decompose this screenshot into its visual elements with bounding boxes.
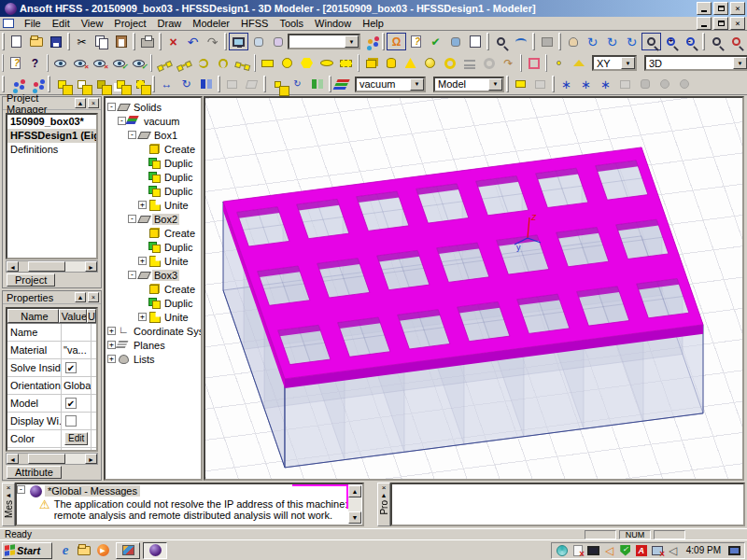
dropdown-icon[interactable]: ▼	[345, 35, 359, 48]
tree-item-label[interactable]: Duplic	[162, 242, 195, 253]
scroll-up-icon[interactable]: ▲	[348, 485, 361, 497]
collapse-icon[interactable]: ◄	[6, 492, 12, 498]
scroll-down-icon[interactable]: ▼	[348, 511, 361, 524]
zoom-window-icon[interactable]	[707, 33, 726, 50]
remote-machine-icon[interactable]	[248, 33, 268, 50]
pan-icon[interactable]	[563, 33, 583, 50]
scroll-left-icon[interactable]: ◄	[7, 261, 19, 272]
machine-combo[interactable]: ▼	[288, 34, 360, 49]
menu-draw[interactable]: Draw	[152, 17, 188, 30]
boolean-intersect-icon[interactable]	[92, 76, 111, 93]
tree-item-label[interactable]: Box1	[152, 130, 179, 141]
draw-box-icon[interactable]	[361, 54, 381, 72]
checkbox-unchecked-icon[interactable]	[65, 415, 77, 427]
message-vscrollbar[interactable]: ▲ ▼	[348, 485, 361, 524]
draw-ellipse-icon[interactable]	[317, 54, 336, 72]
scroll-left-icon[interactable]: ◄	[7, 454, 19, 464]
copy-image-icon[interactable]	[537, 33, 557, 50]
child-close-button[interactable]: ×	[730, 17, 745, 30]
wireframe-box-icon[interactable]	[524, 54, 543, 72]
tree-item-box1[interactable]: -Box1	[106, 128, 201, 142]
tree-item-label[interactable]: Coordinate Syster	[132, 326, 201, 337]
tab-attribute[interactable]: Attribute	[7, 466, 62, 479]
plot-icon[interactable]	[511, 33, 530, 50]
tree-item-box2[interactable]: -Box2	[106, 212, 201, 226]
property-button[interactable]: Edit	[64, 432, 88, 445]
tree-item-unite[interactable]: +Unite	[106, 310, 201, 324]
expander-icon[interactable]: -	[128, 215, 136, 223]
open-icon[interactable]	[26, 33, 46, 50]
message-group-label[interactable]: *Global - Messages	[45, 485, 140, 497]
restore-button[interactable]	[713, 2, 728, 15]
draw-torus-icon[interactable]	[440, 54, 459, 72]
copy-icon[interactable]	[92, 33, 111, 50]
tree-item-create[interactable]: Create	[106, 282, 201, 296]
property-row[interactable]: ColorEdit	[7, 430, 96, 448]
property-value[interactable]: ✔	[62, 359, 92, 376]
tree-item-label[interactable]: Duplic	[162, 158, 195, 169]
context-help-icon[interactable]: ?	[25, 54, 45, 72]
draw-cylinder-icon[interactable]	[381, 54, 401, 72]
explorer-folder-icon[interactable]	[77, 543, 92, 558]
validate-icon[interactable]	[406, 33, 426, 50]
measure-length-icon[interactable]	[655, 76, 674, 93]
project-tree[interactable]: 150909_box03*HFSSDesign1 (EigenDefinitio…	[6, 113, 98, 259]
media-player-icon[interactable]: ▶	[95, 543, 110, 558]
view-mode-combo[interactable]: 3D▼	[644, 55, 747, 71]
property-row[interactable]: Display Wi...	[7, 413, 96, 430]
distributed-machine-icon[interactable]	[268, 33, 288, 50]
property-row[interactable]: OrientationGlobal	[7, 377, 96, 395]
draw-sphere-icon[interactable]	[420, 54, 440, 72]
windows-update-icon[interactable]	[556, 544, 569, 557]
message-list[interactable]: - *Global - Messages ⚠ The application c…	[15, 483, 364, 526]
tree-item-solids[interactable]: -Solids	[106, 100, 201, 114]
expander-icon[interactable]: +	[107, 355, 116, 363]
title-bar[interactable]: Ansoft HFSS - 20150909_box03 - HFSSDesig…	[0, 0, 747, 17]
draw-circle-icon[interactable]	[277, 54, 297, 72]
volume-icon[interactable]: ◁	[603, 544, 616, 557]
draw-helix-icon[interactable]	[459, 54, 479, 72]
print-icon[interactable]	[137, 33, 157, 50]
hierarchy-icon[interactable]	[360, 33, 380, 50]
checkbox-checked-icon[interactable]: ✔	[65, 398, 77, 409]
model-type-combo[interactable]: Model▼	[433, 77, 504, 92]
project-tree-item[interactable]: 150909_box03*	[7, 115, 96, 129]
expander-icon[interactable]: +	[107, 327, 116, 335]
boolean-subtract-icon[interactable]	[72, 76, 92, 93]
menu-file[interactable]: File	[19, 17, 47, 30]
menu-hfss[interactable]: HFSS	[235, 17, 274, 30]
prop-hscrollbar[interactable]: ◄ ►	[6, 453, 98, 465]
tree-item-label[interactable]: Lists	[132, 354, 157, 365]
scroll-thumb[interactable]	[28, 454, 65, 464]
property-value[interactable]	[62, 324, 92, 341]
tree-item-lists[interactable]: +Lists	[106, 352, 201, 366]
tab-project[interactable]: Project	[7, 273, 55, 287]
tree-item-create[interactable]: Create	[106, 142, 201, 156]
tree-item-label[interactable]: Box2	[152, 214, 179, 225]
zoom-in-icon[interactable]: +	[661, 33, 681, 50]
rotate-model-icon[interactable]: ↻	[602, 33, 622, 50]
close-icon[interactable]: ×	[382, 484, 387, 492]
menu-help[interactable]: Help	[357, 17, 389, 30]
draw-point-icon[interactable]	[549, 54, 569, 72]
tree-item-label[interactable]: Solids	[132, 102, 163, 113]
dropdown-icon[interactable]: ▼	[410, 78, 424, 91]
boolean-separate-icon[interactable]	[131, 76, 150, 93]
mdi-child-icon[interactable]	[3, 19, 14, 28]
menu-edit[interactable]: Edit	[47, 17, 76, 30]
tree-item-unite[interactable]: +Unite	[106, 254, 201, 268]
tree-item-label[interactable]: Box3	[152, 270, 179, 281]
draw-spline-icon[interactable]	[174, 54, 193, 72]
tree-item-label[interactable]: Duplic	[162, 298, 195, 309]
draw-arc-center-icon[interactable]	[193, 54, 213, 72]
tree-item-coordinate-syster[interactable]: +Coordinate Syster	[106, 324, 201, 338]
project-tree-item[interactable]: Definitions	[7, 143, 96, 157]
child-minimize-button[interactable]	[697, 17, 712, 30]
project-tree-item[interactable]: HFSSDesign1 (Eigen	[7, 129, 96, 143]
tree-item-duplic[interactable]: Duplic	[106, 240, 201, 254]
tree-item-planes[interactable]: +Planes	[106, 338, 201, 352]
expander-icon[interactable]: -	[128, 131, 136, 139]
tree-item-label[interactable]: Planes	[132, 340, 167, 351]
tree-item-duplic[interactable]: Duplic	[106, 170, 201, 184]
show-visibility-icon[interactable]: ✓	[129, 54, 148, 72]
